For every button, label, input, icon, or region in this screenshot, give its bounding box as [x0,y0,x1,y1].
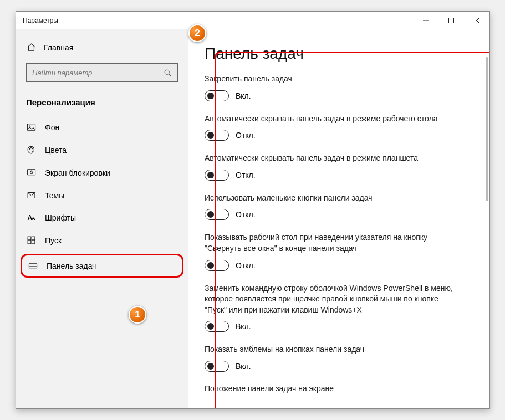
sidebar-item-label: Темы [45,191,64,200]
search-input[interactable] [32,69,159,77]
setting-autohide-desktop: Автоматически скрывать панель задач в ре… [205,114,480,141]
home-link[interactable]: Главная [16,39,188,55]
annotation-badge-2: 2 [188,24,206,42]
svg-rect-17 [32,240,35,244]
svg-point-7 [29,126,30,127]
svg-point-4 [165,70,169,74]
home-icon [26,43,36,52]
toggle-switch[interactable] [205,90,229,101]
toggle-switch[interactable] [205,209,229,220]
sidebar-item-fonts[interactable]: AA Шрифты [16,207,188,229]
svg-rect-11 [27,170,35,175]
toggle-state: Откл. [236,261,256,270]
minimize-button[interactable] [413,12,438,29]
palette-icon [26,145,36,155]
sidebar-item-colors[interactable]: Цвета [16,139,188,161]
window-body: Главная Персонализация Фон Цвета [16,29,489,408]
sidebar-item-label: Экран блокировки [45,168,110,177]
sidebar-item-taskbar[interactable]: Панель задач [21,254,183,278]
toggle-state: Вкл. [236,322,251,331]
page-title: Панель задач [205,45,480,63]
toggle-state: Вкл. [236,91,251,100]
toggle-switch[interactable] [205,321,229,332]
titlebar: Параметры [16,12,489,29]
svg-line-5 [169,74,171,76]
toggle-state: Откл. [236,210,256,219]
themes-icon [26,191,36,200]
svg-rect-1 [449,18,454,23]
svg-point-8 [29,148,29,149]
maximize-icon [448,17,455,24]
window-title: Параметры [23,17,413,24]
sidebar-item-lockscreen[interactable]: Экран блокировки [16,161,188,184]
sidebar-item-label: Пуск [45,236,62,245]
setting-autohide-tablet: Автоматически скрывать панель задач в ре… [205,153,480,181]
settings-window: Параметры Главная Персонал [16,11,490,409]
home-label: Главная [44,43,73,52]
sidebar-item-background[interactable]: Фон [16,116,188,139]
setting-label: Заменить командную строку оболочкой Wind… [205,283,460,316]
sidebar-item-label: Цвета [45,146,67,155]
image-icon [26,122,36,132]
sidebar-item-label: Шрифты [45,213,76,222]
scrollbar-thumb[interactable] [486,57,488,201]
category-title: Персонализация [16,92,188,116]
toggle-switch[interactable] [205,170,229,181]
setting-peek-desktop: Показывать рабочий стол при наведении ук… [205,232,480,270]
setting-badges: Показать эмблемы на кнопках панели задач… [205,344,480,372]
search-icon [164,69,172,77]
svg-rect-15 [32,237,35,240]
close-button[interactable] [464,12,489,29]
setting-label: Использовать маленькие кнопки панели зад… [205,193,460,204]
svg-point-9 [30,147,31,148]
annotation-badge-1: 1 [129,306,146,324]
svg-point-10 [32,148,32,148]
setting-label: Показывать рабочий стол при наведении ук… [205,232,460,254]
toggle-switch[interactable] [205,361,229,372]
toggle-switch[interactable] [205,130,229,141]
maximize-button[interactable] [438,12,464,29]
setting-label: Автоматически скрывать панель задач в ре… [205,114,460,125]
sidebar: Главная Персонализация Фон Цвета [16,29,188,408]
fonts-icon: AA [26,214,36,222]
start-icon [26,235,36,245]
taskbar-icon [28,261,38,270]
setting-powershell: Заменить командную строку оболочкой Wind… [205,283,480,332]
svg-rect-6 [27,124,35,130]
lockscreen-icon [26,168,36,177]
setting-label: Закрепить панель задач [205,74,460,85]
setting-small-buttons: Использовать маленькие кнопки панели зад… [205,193,480,221]
svg-rect-14 [28,237,31,240]
svg-rect-16 [28,240,31,244]
svg-rect-18 [29,263,37,268]
sidebar-item-label: Фон [45,123,59,132]
sidebar-item-label: Панель задач [47,262,96,270]
toggle-switch[interactable] [205,260,229,271]
search-box[interactable] [26,63,178,82]
setting-lock-taskbar: Закрепить панель задач Вкл. [205,74,480,101]
sidebar-item-start[interactable]: Пуск [16,229,188,252]
next-section-title: Положение панели задач на экране [205,384,480,393]
svg-rect-12 [30,172,32,173]
main-content: Панель задач Закрепить панель задач Вкл.… [188,29,489,408]
toggle-state: Откл. [236,171,256,180]
minimize-icon [422,17,429,24]
close-icon [473,17,480,24]
setting-label: Показать эмблемы на кнопках панели задач [205,344,460,355]
toggle-state: Откл. [236,131,256,140]
sidebar-item-themes[interactable]: Темы [16,184,188,207]
setting-label: Автоматически скрывать панель задач в ре… [205,153,460,164]
toggle-state: Вкл. [236,362,251,371]
